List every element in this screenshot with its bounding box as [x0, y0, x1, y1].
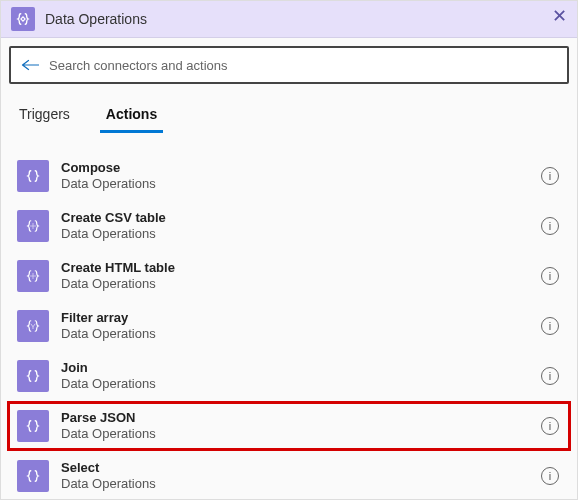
info-icon[interactable]: i	[541, 217, 559, 235]
action-item-compose[interactable]: Compose Data Operations i	[7, 151, 571, 201]
action-labels: Join Data Operations	[61, 360, 541, 391]
action-connector: Data Operations	[61, 276, 541, 292]
action-labels: Create CSV table Data Operations	[61, 210, 541, 241]
actions-list: Compose Data Operations i Create CSV tab…	[1, 133, 577, 500]
info-icon[interactable]: i	[541, 467, 559, 485]
action-labels: Select Data Operations	[61, 460, 541, 491]
braces-icon	[17, 360, 49, 392]
braces-icon	[17, 460, 49, 492]
table-braces-icon	[17, 210, 49, 242]
action-labels: Filter array Data Operations	[61, 310, 541, 341]
action-labels: Parse JSON Data Operations	[61, 410, 541, 441]
action-connector: Data Operations	[61, 326, 541, 342]
panel-header: Data Operations ✕	[1, 1, 577, 38]
action-labels: Compose Data Operations	[61, 160, 541, 191]
tab-actions[interactable]: Actions	[100, 102, 163, 133]
action-item-parse-json[interactable]: Parse JSON Data Operations i	[7, 401, 571, 451]
info-icon[interactable]: i	[541, 267, 559, 285]
braces-icon	[17, 410, 49, 442]
panel-title: Data Operations	[45, 11, 147, 27]
action-connector: Data Operations	[61, 376, 541, 392]
action-connector: Data Operations	[61, 476, 541, 492]
action-item-filter-array[interactable]: Filter array Data Operations i	[7, 301, 571, 351]
braces-diamond-icon	[11, 7, 35, 31]
tab-triggers[interactable]: Triggers	[13, 102, 76, 133]
search-input[interactable]	[49, 58, 557, 73]
action-labels: Create HTML table Data Operations	[61, 260, 541, 291]
braces-icon	[17, 160, 49, 192]
tabs: Triggers Actions	[1, 84, 577, 133]
action-name: Parse JSON	[61, 410, 541, 426]
filter-braces-icon	[17, 310, 49, 342]
table-braces-icon	[17, 260, 49, 292]
action-item-create-html-table[interactable]: Create HTML table Data Operations i	[7, 251, 571, 301]
action-name: Create CSV table	[61, 210, 541, 226]
back-arrow-icon[interactable]	[21, 58, 39, 72]
close-button[interactable]: ✕	[552, 5, 567, 27]
info-icon[interactable]: i	[541, 367, 559, 385]
action-name: Select	[61, 460, 541, 476]
action-connector: Data Operations	[61, 176, 541, 192]
search-container	[1, 38, 577, 84]
info-icon[interactable]: i	[541, 317, 559, 335]
info-icon[interactable]: i	[541, 417, 559, 435]
action-name: Join	[61, 360, 541, 376]
action-item-create-csv-table[interactable]: Create CSV table Data Operations i	[7, 201, 571, 251]
action-item-select[interactable]: Select Data Operations i	[7, 451, 571, 500]
info-icon[interactable]: i	[541, 167, 559, 185]
action-name: Filter array	[61, 310, 541, 326]
action-name: Create HTML table	[61, 260, 541, 276]
action-name: Compose	[61, 160, 541, 176]
action-item-join[interactable]: Join Data Operations i	[7, 351, 571, 401]
action-connector: Data Operations	[61, 226, 541, 242]
search-bar[interactable]	[9, 46, 569, 84]
svg-rect-0	[21, 17, 25, 21]
action-connector: Data Operations	[61, 426, 541, 442]
